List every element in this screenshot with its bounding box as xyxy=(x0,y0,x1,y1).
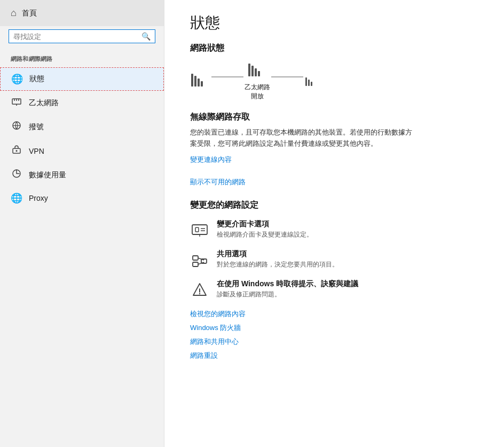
svg-rect-14 xyxy=(248,64,250,76)
sidebar-item-ethernet[interactable]: 乙太網路 xyxy=(0,91,164,115)
net-icon-left xyxy=(190,73,210,91)
svg-rect-11 xyxy=(194,76,196,87)
svg-rect-27 xyxy=(193,262,198,266)
wireless-section: 無線際網路存取 您的裝置已連線，且可存取您本機網路的其他裝置。若使用的行動數據方… xyxy=(190,112,483,164)
svg-point-8 xyxy=(16,150,18,152)
net-line-2 xyxy=(271,76,303,77)
vpn-icon xyxy=(11,144,22,158)
svg-rect-26 xyxy=(193,256,198,260)
home-icon: ⌂ xyxy=(11,7,17,19)
svg-rect-19 xyxy=(308,80,310,86)
sidebar-item-ethernet-label: 乙太網路 xyxy=(29,98,59,108)
adapter-icon xyxy=(190,221,209,240)
sidebar-item-dial[interactable]: 撥號 xyxy=(0,115,164,139)
change-connection-link[interactable]: 變更連線內容 xyxy=(190,155,483,164)
sidebar: ⌂ 首頁 🔍 網路和網際網路 🌐 狀態 乙太網路 xyxy=(0,0,164,447)
sidebar-item-vpn-label: VPN xyxy=(29,147,44,155)
main-content: 狀態 網路狀態 乙太網路 開放 xyxy=(164,0,504,447)
sidebar-item-data-usage[interactable]: 數據使用量 xyxy=(0,163,164,187)
svg-rect-15 xyxy=(251,66,254,76)
status-icon: 🌐 xyxy=(11,73,23,85)
change-settings-heading: 變更您的網路設定 xyxy=(190,200,483,211)
setting-item-adapter: 變更介面卡選項 檢視網路介面卡及變更連線設定。 xyxy=(190,219,483,240)
network-reset-link[interactable]: 網路重設 xyxy=(190,351,483,360)
sidebar-item-status[interactable]: 🌐 狀態 xyxy=(0,67,164,91)
search-box[interactable]: 🔍 xyxy=(9,29,155,43)
net-icon-middle: 乙太網路 開放 xyxy=(245,62,270,101)
svg-rect-21 xyxy=(192,225,207,234)
sharing-desc: 對於您連線的網路，決定您要共用的項目。 xyxy=(217,260,338,269)
net-line-1 xyxy=(211,76,243,77)
wireless-desc: 您的裝置已連線，且可存取您本機網路的其他裝置。若使用的行動數據方案受限，您可將此… xyxy=(190,127,414,150)
troubleshoot-desc: 診斷及修正網路問題。 xyxy=(217,290,358,299)
net-icon-right xyxy=(304,74,319,89)
network-diagram: 乙太網路 開放 xyxy=(190,62,483,101)
show-unavailable-section: 顯示不可用的網路 xyxy=(190,177,483,187)
sharing-content: 共用選項 對於您連線的網路，決定您要共用的項目。 xyxy=(217,249,338,269)
windows-firewall-link[interactable]: Windows 防火牆 xyxy=(190,323,483,333)
svg-rect-17 xyxy=(258,71,260,76)
search-box-wrap: 🔍 xyxy=(0,26,164,51)
network-status-heading: 網路狀態 xyxy=(190,43,483,54)
search-icon: 🔍 xyxy=(141,32,151,41)
troubleshoot-icon xyxy=(190,280,209,300)
sidebar-item-status-label: 狀態 xyxy=(29,74,44,84)
svg-rect-13 xyxy=(201,81,203,87)
data-usage-icon xyxy=(11,168,22,182)
adapter-title: 變更介面卡選項 xyxy=(217,219,313,229)
troubleshoot-content: 在使用 Windows 時取得提示、訣竅與建議 診斷及修正網路問題。 xyxy=(217,279,358,299)
page-title: 狀態 xyxy=(190,13,483,33)
sidebar-item-data-label: 數據使用量 xyxy=(29,170,66,180)
setting-item-sharing: 共用選項 對於您連線的網路，決定您要共用的項目。 xyxy=(190,249,483,270)
wireless-heading: 無線際網路存取 xyxy=(190,112,483,123)
svg-point-32 xyxy=(199,293,200,294)
show-unavailable-link[interactable]: 顯示不可用的網路 xyxy=(190,177,483,187)
adapter-desc: 檢視網路介面卡及變更連線設定。 xyxy=(217,230,313,239)
adapter-content: 變更介面卡選項 檢視網路介面卡及變更連線設定。 xyxy=(217,219,313,239)
sidebar-home-label: 首頁 xyxy=(22,9,37,18)
sidebar-item-proxy-label: Proxy xyxy=(29,194,48,202)
view-network-link[interactable]: 檢視您的網路內容 xyxy=(190,309,483,319)
sharing-title: 共用選項 xyxy=(217,249,338,259)
svg-rect-18 xyxy=(305,77,307,86)
svg-rect-22 xyxy=(195,228,199,232)
svg-rect-12 xyxy=(198,79,200,87)
sidebar-item-vpn[interactable]: VPN xyxy=(0,139,164,163)
sidebar-item-proxy[interactable]: 🌐 Proxy xyxy=(0,187,164,209)
sharing-icon xyxy=(190,250,209,270)
svg-rect-10 xyxy=(191,74,193,87)
network-sharing-link[interactable]: 網路和共用中心 xyxy=(190,337,483,347)
svg-rect-16 xyxy=(255,68,257,76)
sidebar-home-button[interactable]: ⌂ 首頁 xyxy=(0,0,164,26)
proxy-icon: 🌐 xyxy=(11,192,22,204)
svg-rect-20 xyxy=(311,82,312,86)
ethernet-icon xyxy=(11,96,22,109)
troubleshoot-title: 在使用 Windows 時取得提示、訣竅與建議 xyxy=(217,279,358,289)
sidebar-section-title: 網路和網際網路 xyxy=(0,51,164,67)
search-input[interactable] xyxy=(13,33,141,41)
setting-item-troubleshoot: 在使用 Windows 時取得提示、訣竅與建議 診斷及修正網路問題。 xyxy=(190,279,483,300)
dial-icon xyxy=(11,120,22,134)
ethernet-label: 乙太網路 開放 xyxy=(245,83,270,101)
sidebar-item-dial-label: 撥號 xyxy=(29,122,44,132)
